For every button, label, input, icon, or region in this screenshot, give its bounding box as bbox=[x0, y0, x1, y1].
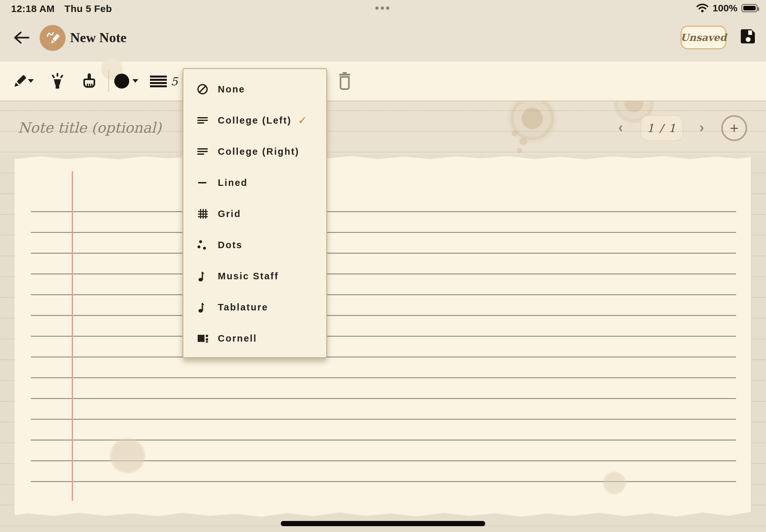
menu-item-label: Cornell bbox=[218, 333, 257, 344]
app-screen: 12:18 AM Thu 5 Feb ••• 100% New Note Uns… bbox=[0, 0, 766, 532]
menu-item-college-right[interactable]: College (Right) bbox=[183, 136, 326, 167]
college-left-icon bbox=[196, 114, 209, 127]
menu-item-cornell[interactable]: Cornell bbox=[183, 323, 326, 354]
wifi-icon bbox=[696, 3, 709, 14]
battery-percent: 100% bbox=[712, 3, 737, 14]
college-right-icon bbox=[196, 145, 209, 158]
none-icon bbox=[196, 83, 209, 95]
brush-icon bbox=[80, 72, 98, 90]
menu-item-grid[interactable]: Grid bbox=[183, 198, 326, 229]
menu-item-music-staff[interactable]: Music Staff bbox=[183, 260, 326, 292]
pen-scribble-icon bbox=[45, 31, 60, 45]
menu-item-label: Lined bbox=[218, 177, 248, 188]
delete-page-button[interactable] bbox=[337, 71, 352, 91]
color-dropdown-chevron-icon[interactable] bbox=[132, 79, 138, 83]
menu-item-label: Tablature bbox=[218, 302, 268, 313]
menu-item-tablature[interactable]: Tablature bbox=[183, 292, 326, 323]
menu-item-label: Music Staff bbox=[218, 271, 279, 282]
app-logo bbox=[40, 25, 66, 51]
menu-item-lined[interactable]: Lined bbox=[183, 167, 326, 198]
highlighter-icon bbox=[49, 73, 66, 91]
grid-icon bbox=[196, 208, 209, 220]
color-swatch-button[interactable] bbox=[114, 74, 129, 89]
trash-icon bbox=[337, 71, 352, 91]
paper-stain bbox=[110, 438, 145, 474]
lined-icon bbox=[196, 176, 209, 189]
menu-item-dots[interactable]: Dots bbox=[183, 229, 326, 260]
stroke-width-bars-icon bbox=[150, 76, 167, 87]
cornell-icon bbox=[196, 332, 209, 345]
music-note-icon bbox=[196, 270, 209, 282]
unsaved-status-badge: Unsaved bbox=[681, 26, 726, 49]
floppy-disk-icon bbox=[739, 28, 756, 45]
home-indicator[interactable] bbox=[281, 521, 485, 526]
highlighter-tool-button[interactable] bbox=[49, 73, 66, 91]
menu-item-label: None bbox=[218, 84, 245, 95]
brush-tool-button[interactable] bbox=[80, 72, 98, 90]
status-overflow-dots-icon: ••• bbox=[0, 1, 766, 15]
dots-icon bbox=[196, 239, 209, 251]
menu-item-college-left[interactable]: College (Left) ✓ bbox=[183, 105, 326, 136]
pen-tool-button[interactable] bbox=[11, 73, 28, 90]
menu-item-none[interactable]: None bbox=[183, 74, 326, 105]
drawing-toolbar: 5 bbox=[0, 62, 766, 101]
back-button[interactable] bbox=[11, 27, 32, 48]
pencil-icon bbox=[11, 73, 28, 90]
paper-stain bbox=[603, 471, 626, 495]
current-color-swatch bbox=[114, 74, 129, 89]
paper-template-menu: None College (Left) ✓ College (Right) Li… bbox=[182, 68, 327, 358]
page-title: New Note bbox=[70, 30, 127, 45]
music-note-icon bbox=[196, 301, 209, 313]
status-bar-right: 100% bbox=[696, 3, 758, 14]
menu-item-label: College (Left) bbox=[218, 115, 291, 126]
battery-icon bbox=[741, 4, 758, 12]
stroke-width-value: 5 bbox=[171, 75, 178, 88]
canvas-area bbox=[0, 155, 766, 532]
menu-item-label: Grid bbox=[218, 209, 241, 219]
note-canvas[interactable] bbox=[15, 155, 751, 518]
pen-tool-dropdown-chevron-icon[interactable] bbox=[28, 79, 34, 83]
stroke-width-button[interactable]: 5 bbox=[150, 75, 178, 88]
menu-item-label: College (Right) bbox=[218, 146, 299, 157]
toolbar-divider bbox=[108, 70, 109, 92]
menu-item-label: Dots bbox=[218, 240, 242, 250]
checkmark-icon: ✓ bbox=[298, 114, 307, 127]
red-margin-line bbox=[72, 171, 73, 501]
save-button[interactable] bbox=[739, 28, 758, 47]
